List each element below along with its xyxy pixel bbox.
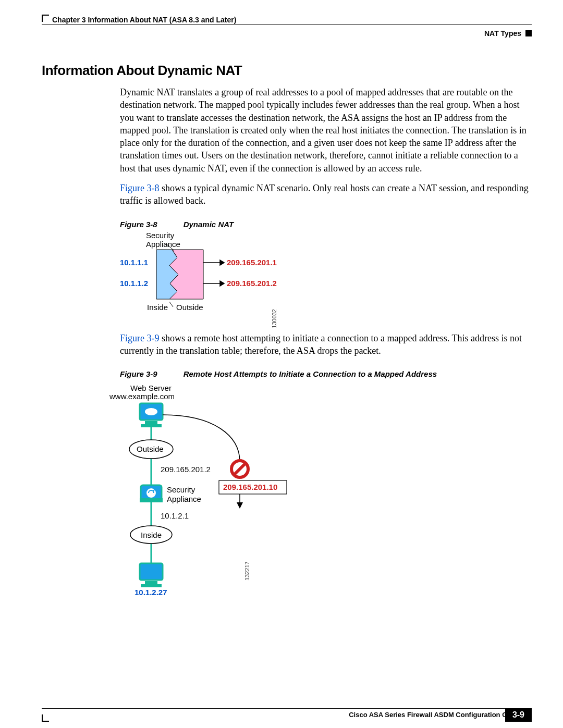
f8-inside-label: Inside — [147, 303, 168, 312]
f8-ip-outside-1: 209.165.201.1 — [227, 258, 277, 267]
paragraph-3-rest: shows a remote host attempting to initia… — [120, 333, 522, 356]
svg-rect-12 — [145, 421, 157, 424]
header-chapter: Chapter 3 Information About NAT (ASA 8.3… — [52, 16, 532, 24]
figure-3-9: Web Server www.example.com Outside 209.1… — [120, 384, 308, 602]
svg-marker-27 — [237, 502, 243, 509]
web-server-icon — [140, 403, 163, 427]
svg-marker-4 — [220, 281, 224, 286]
page-number: 3-9 — [505, 708, 532, 722]
paragraph-2-rest: shows a typical dynamic NAT scenario. On… — [120, 183, 529, 206]
f9-web-url: www.example.com — [109, 392, 175, 401]
paragraph-2: Figure 3-8 shows a typical dynamic NAT s… — [120, 182, 532, 207]
security-appliance-icon — [140, 485, 163, 502]
svg-rect-21 — [145, 581, 157, 584]
f9-ip-host: 10.1.2.27 — [134, 588, 167, 597]
header-marker-icon — [525, 30, 532, 36]
f9-inside-label: Inside — [141, 530, 162, 539]
header-rule — [42, 24, 532, 24]
header-section: NAT Types — [484, 29, 532, 38]
section-heading: Information About Dynamic NAT — [42, 63, 532, 79]
figure-3-8-caption: Figure 3-8Dynamic NAT — [120, 220, 532, 229]
svg-rect-13 — [141, 424, 162, 427]
f9-web-server-label: Web Server — [130, 384, 172, 392]
svg-rect-20 — [140, 563, 163, 580]
f8-image-id: 130032 — [271, 309, 277, 328]
f9-ip-outside: 209.165.201.2 — [161, 465, 211, 474]
footer-guide-title: Cisco ASA Series Firewall ASDM Configura… — [349, 711, 521, 719]
figure-3-8-label: Figure 3-8 — [120, 220, 157, 229]
figure-3-9-label: Figure 3-9 — [120, 369, 157, 378]
svg-line-5 — [169, 302, 173, 307]
figure-3-8-link[interactable]: Figure 3-8 — [120, 183, 160, 193]
f9-image-id: 132217 — [244, 562, 250, 581]
paragraph-1: Dynamic NAT translates a group of real a… — [120, 86, 532, 175]
f8-ip-outside-2: 209.165.201.2 — [227, 279, 277, 288]
f8-ip-inside-1: 10.1.1.1 — [120, 258, 148, 267]
figure-3-9-link[interactable]: Figure 3-9 — [120, 333, 160, 343]
figure-3-8: Security Appliance 10.1.1.1 10.1.1.2 209… — [120, 234, 287, 323]
f9-ip-sa-inside: 10.1.2.1 — [161, 511, 189, 520]
svg-rect-22 — [141, 584, 162, 587]
f8-outside-label: Outside — [176, 303, 203, 312]
svg-marker-2 — [220, 260, 224, 265]
footer: Cisco ASA Series Firewall ASDM Configura… — [42, 708, 532, 719]
figure-3-9-title: Remote Host Attempts to Initiate a Conne… — [183, 369, 437, 378]
inside-host-icon — [140, 563, 163, 587]
figure-3-9-caption: Figure 3-9Remote Host Attempts to Initia… — [120, 369, 532, 378]
f9-security-appliance-label: Security Appliance — [167, 485, 201, 503]
f8-security-appliance-label: Security Appliance — [146, 231, 180, 249]
crop-mark-tl — [42, 15, 49, 22]
svg-point-11 — [145, 408, 157, 415]
f9-ip-mapped: 209.165.201.10 — [223, 483, 277, 491]
figure-3-8-title: Dynamic NAT — [183, 220, 234, 229]
blocked-icon — [231, 461, 248, 477]
header-section-text: NAT Types — [484, 29, 521, 38]
f9-outside-label: Outside — [137, 445, 164, 453]
svg-rect-18 — [140, 498, 163, 502]
paragraph-3: Figure 3-9 shows a remote host attemptin… — [120, 332, 532, 357]
f8-ip-inside-2: 10.1.1.2 — [120, 279, 148, 288]
